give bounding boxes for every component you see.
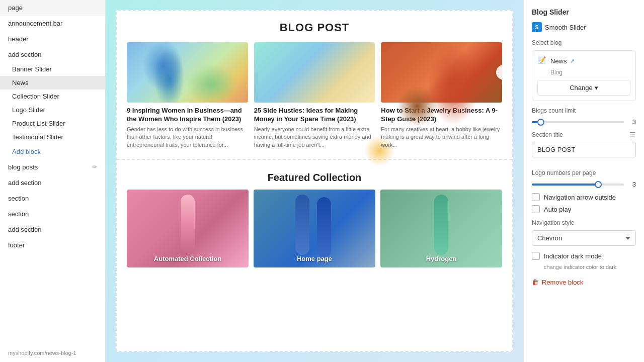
auto-play-checkbox[interactable] (532, 205, 540, 213)
sidebar-url: myshopify.com/news-blog-1 (0, 348, 105, 358)
blog-card-image-1 (127, 42, 248, 103)
sidebar-product-list-label: Product List Slider (12, 120, 65, 127)
blog-cards-container: 9 Inspiring Women in Business—and the Wo… (127, 42, 502, 149)
edit-icon: ✏ (92, 163, 97, 170)
collection-label-1: Automated Collection (127, 255, 249, 262)
blog-post-section: BLOG POST 9 Inspiring Women in Business—… (117, 11, 512, 160)
change-button[interactable]: Change ▾ (537, 80, 630, 96)
blog-image-jewelry (381, 42, 502, 103)
smooth-slider-badge: S Smooth Slider (532, 22, 636, 32)
blog-image-figure-3 (381, 42, 502, 103)
logo-per-page-slider-row: 3 (532, 180, 636, 188)
collection-card-2[interactable]: Home page (254, 190, 375, 267)
sidebar-item-header[interactable]: header (0, 31, 105, 47)
blog-image-desk (254, 42, 375, 103)
navigation-style-select[interactable]: Chevron Dots Lines None (532, 230, 636, 246)
blog-name: News (550, 57, 567, 65)
sidebar-item-banner-slider[interactable]: Banner Slider (0, 62, 105, 76)
blogs-count-label: Blogs count limit (532, 107, 636, 114)
sidebar-item-add-section-2[interactable]: add section (0, 175, 105, 191)
remove-block-button[interactable]: 🗑 Remove block (532, 274, 636, 290)
collection-card-3[interactable]: Hydrogen (380, 190, 502, 267)
snowboard-icon-2b (317, 197, 331, 257)
auto-play-row: Auto play (532, 205, 636, 213)
align-icon: ☰ (629, 131, 636, 139)
sidebar-testimonial-slider-label: Testimonial Slider (12, 133, 63, 141)
remove-block-label: Remove block (542, 279, 583, 286)
snowboard-icon-1 (181, 195, 195, 255)
external-link-icon[interactable]: ↗ (570, 58, 575, 64)
sidebar-banner-slider-label: Banner Slider (12, 65, 52, 73)
sidebar-footer-label: footer (8, 241, 25, 249)
collection-label-2: Home page (254, 255, 375, 262)
smooth-slider-label: Smooth Slider (545, 24, 586, 31)
section-title-label: Section title (532, 131, 563, 138)
collection-cards-container: Automated Collection Home page Hydrogen (127, 190, 502, 267)
change-button-label: Change (570, 84, 593, 92)
navigation-arrow-outside-checkbox[interactable] (532, 193, 540, 201)
sidebar-add-section-label-3: add section (8, 226, 42, 233)
sidebar-collection-slider-label: Collection Slider (12, 93, 59, 100)
navigation-style-label: Navigation style (532, 219, 636, 226)
navigation-arrow-outside-row: Navigation arrow outside (532, 193, 636, 201)
sidebar-header-label: header (8, 35, 28, 43)
sidebar-item-announcement-bar[interactable]: announcement bar (0, 16, 105, 31)
logo-per-page-slider-track[interactable] (532, 184, 624, 186)
sidebar-logo-slider-label: Logo Slider (12, 106, 45, 114)
blog-card-image-3 (381, 42, 502, 103)
sidebar-blog-posts-label: blog posts (8, 163, 38, 171)
snowboard-icon-3 (434, 195, 448, 255)
section-title-input[interactable] (532, 142, 636, 157)
blogs-count-value: 3 (628, 118, 636, 126)
blogs-count-slider-row: 3 (532, 118, 636, 126)
blogs-count-slider-track[interactable] (532, 121, 624, 123)
panel-title: Blog Slider (532, 8, 569, 16)
collection-card-1[interactable]: Automated Collection (127, 190, 249, 267)
sidebar-item-section-1[interactable]: section (0, 191, 105, 206)
logo-per-page-slider-thumb[interactable] (595, 181, 602, 188)
logo-per-page-value: 3 (628, 180, 636, 188)
indicator-dark-mode-checkbox[interactable] (532, 252, 540, 260)
blog-subtitle: Blog (537, 69, 630, 76)
blog-card-2: 25 Side Hustles: Ideas for Making Money … (254, 42, 375, 149)
navigation-arrow-outside-label: Navigation arrow outside (544, 194, 616, 201)
blog-image-woman (127, 42, 248, 103)
sidebar-item-product-list-slider[interactable]: Product List Slider (0, 117, 105, 130)
right-panel: Blog Slider S Smooth Slider Select blog … (523, 0, 644, 362)
trash-icon: 🗑 (532, 278, 539, 286)
sidebar-item-news[interactable]: News (0, 76, 105, 89)
sidebar-item-add-section-3[interactable]: add section (0, 222, 105, 237)
main-preview: BLOG POST 9 Inspiring Women in Business—… (106, 0, 523, 362)
blog-card-3: How to Start a Jewelry Business: A 9-Ste… (381, 42, 502, 149)
sidebar-item-blog-posts[interactable]: blog posts ✏ (0, 159, 105, 175)
sidebar-item-logo-slider[interactable]: Logo Slider (0, 103, 105, 117)
blog-post-title: BLOG POST (127, 21, 502, 34)
indicator-dark-mode-row: Indicator dark mode (532, 252, 636, 260)
indicator-dark-mode-label: Indicator dark mode (544, 252, 602, 260)
sidebar-section-2-label: section (8, 210, 29, 218)
sidebar-add-section-label-2: add section (8, 179, 42, 187)
blog-file-icon: 📝 (537, 56, 547, 66)
sidebar-item-footer[interactable]: footer (0, 237, 105, 253)
sidebar-item-page[interactable]: page (0, 0, 105, 16)
snowboard-icon-2a (295, 195, 309, 255)
blog-selector-row: 📝 News ↗ (537, 56, 630, 66)
sidebar-news-label: News (12, 79, 29, 86)
sidebar-item-section-2[interactable]: section (0, 206, 105, 222)
sidebar-item-testimonial-slider[interactable]: Testimonial Slider (0, 130, 105, 144)
left-sidebar: page announcement bar header add section… (0, 0, 106, 362)
blog-image-figure-2 (254, 42, 375, 103)
sidebar-item-add-section-1[interactable]: add section (0, 47, 105, 62)
add-block-button[interactable]: Add block (0, 144, 105, 159)
sidebar-section-1-label: section (8, 195, 29, 202)
collection-label-3: Hydrogen (380, 255, 502, 262)
blog-card-title-1: 9 Inspiring Women in Business—and the Wo… (127, 107, 248, 124)
sidebar-announcement-label: announcement bar (8, 20, 62, 27)
blogs-count-slider-thumb[interactable] (537, 119, 544, 126)
change-chevron-icon: ▾ (595, 84, 598, 92)
preview-area: BLOG POST 9 Inspiring Women in Business—… (116, 10, 513, 352)
blog-image-figure-1 (127, 42, 248, 103)
sidebar-page-label: page (8, 4, 23, 12)
sidebar-item-collection-slider[interactable]: Collection Slider (0, 89, 105, 103)
add-block-label: Add block (12, 148, 41, 155)
